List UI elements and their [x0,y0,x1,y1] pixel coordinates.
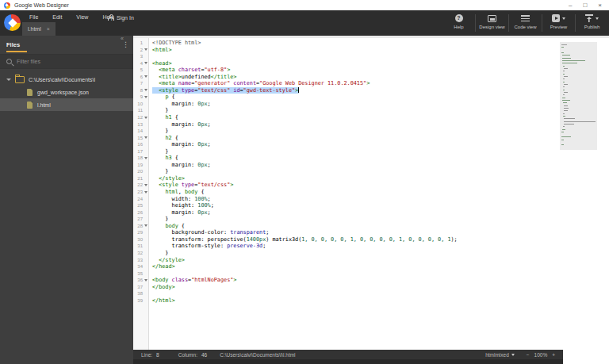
code-line-6[interactable]: 6 <title>undefined</title> [133,74,609,81]
code-line-3[interactable]: 3 [133,53,609,60]
file-item-gwd_workspace.json[interactable]: gwd_workspace.json [0,86,133,98]
code-line-12[interactable]: 12 h1 { [133,114,609,121]
fold-marker-icon[interactable] [144,224,147,227]
preview-button[interactable]: Preview [542,10,575,36]
code-line-34[interactable]: 34</head> [133,263,609,270]
minimap-line [561,136,571,137]
code-line-36[interactable]: 36<body class="htmlNoPages"> [133,277,609,284]
minimap-line [563,116,565,117]
code-line-24[interactable]: 24 width: 100%; [133,196,609,203]
code-line-2[interactable]: 2<html> [133,47,609,54]
window-maximize-button[interactable]: □ [583,0,587,10]
code-line-11[interactable]: 11 } [133,107,609,114]
line-number: 25 [133,202,143,209]
toolbar-buttons: ?HelpDesign viewCode viewPreviewPublish [442,10,608,36]
fold-marker-icon[interactable] [144,279,147,282]
window-bottom-edge [133,359,563,364]
menu-view[interactable]: View [69,12,95,22]
menu-edit[interactable]: Edit [45,12,69,22]
code-line-38[interactable]: 38 [133,290,609,297]
fold-marker-icon[interactable] [144,89,147,91]
code-line-21[interactable]: 21 </style> [133,175,609,182]
line-number: 3 [133,53,143,60]
fold-marker-icon[interactable] [144,191,147,193]
minimap-line [561,144,564,145]
code-line-26[interactable]: 26 margin: 0px; [133,209,609,216]
minimap-line [564,84,568,85]
person-icon [107,14,113,21]
design-view-button[interactable]: Design view [476,10,508,36]
code-line-1[interactable]: 1<!DOCTYPE html> [133,40,609,47]
file-icon [27,89,33,96]
syntax-mode-dropdown[interactable]: htmlmixed [485,352,515,358]
line-number: 22 [133,182,143,189]
chevron-down-icon [511,354,515,356]
code-line-39[interactable]: 39</html> [133,297,609,305]
code-line-5[interactable]: 5 <meta charset="utf-8"> [133,67,609,74]
code-line-14[interactable]: 14 } [133,128,609,135]
fold-marker-icon[interactable] [144,75,147,78]
code-line-15[interactable]: 15 h2 { [133,135,609,142]
minimap-line [562,63,577,63]
code-line-16[interactable]: 16 margin: 0px; [133,141,609,148]
code-line-37[interactable]: 37</body> [133,284,609,291]
file-item-l.html[interactable]: l.html [0,98,133,111]
zoom-in-button[interactable]: + [552,352,555,358]
code-line-10[interactable]: 10 margin: 0px; [133,101,609,108]
column-value: 46 [201,352,207,358]
minimap-line [563,82,565,82]
code-line-8[interactable]: 8 <style type="text/css" id="gwd-text-st… [133,87,609,94]
file-icon [27,102,33,109]
code-view-button[interactable]: Code view [509,10,542,36]
code-line-20[interactable]: 20 } [133,168,609,175]
line-number: 30 [133,236,143,243]
tab-close-icon[interactable]: × [47,26,50,32]
code-minimap[interactable] [560,42,597,150]
code-line-9[interactable]: 9 p { [133,94,609,101]
code-line-13[interactable]: 13 margin: 0px; [133,121,609,128]
tab-l-html[interactable]: l.html × [22,22,56,36]
publish-button[interactable]: Publish [576,10,608,36]
code-line-33[interactable]: 33 </style> [133,257,609,264]
fold-marker-icon[interactable] [144,117,147,119]
help-button[interactable]: ?Help [442,10,475,36]
window-minimize-button[interactable]: – [569,0,572,10]
code-line-23[interactable]: 23 html, body { [133,189,609,196]
fold-marker-icon[interactable] [144,62,147,64]
kebab-menu-icon[interactable]: ⋮ [122,40,129,48]
line-number: 16 [133,141,143,148]
code-line-31[interactable]: 31 transform-style: preserve-3d; [133,243,609,250]
code-line-29[interactable]: 29 background-color: transparent; [133,229,609,236]
code-editor[interactable]: 1<!DOCTYPE html>2<html>34<head>5 <meta c… [133,36,609,350]
fold-marker-icon[interactable] [144,136,147,139]
code-line-19[interactable]: 19 margin: 0px; [133,162,609,169]
line-number: 9 [133,94,143,101]
fold-marker-icon[interactable] [144,184,147,186]
code-line-17[interactable]: 17 } [133,148,609,155]
menu-file[interactable]: File [22,12,45,22]
code-line-32[interactable]: 32 } [133,250,609,257]
line-number: 35 [133,270,143,278]
window-close-button[interactable]: × [598,0,602,10]
code-line-7[interactable]: 7 <meta name="generator" content="Google… [133,80,609,87]
sign-in-button[interactable]: Sign In [104,13,137,22]
code-line-25[interactable]: 25 height: 100%; [133,202,609,209]
fold-marker-icon[interactable] [144,48,147,51]
minimap-line [563,102,567,103]
filter-files-input[interactable]: Filter files [0,54,133,69]
code-line-18[interactable]: 18 h3 { [133,155,609,162]
code-line-30[interactable]: 30 transform: perspective(1400px) matrix… [133,236,609,243]
folder-item-C--Users-calvi-Documents-l[interactable]: C:\Users\calvi\Documents\l [0,73,133,86]
minimap-line [562,98,565,98]
code-line-27[interactable]: 27 } [133,216,609,223]
code-line-35[interactable]: 35 [133,270,609,278]
code-line-22[interactable]: 22 <style type="text/css"> [133,182,609,189]
code-line-4[interactable]: 4<head> [133,60,609,67]
tree-item-label: l.html [37,102,51,108]
zoom-out-button[interactable]: − [527,352,530,358]
syntax-mode-label: htmlmixed [485,352,509,358]
fold-marker-icon[interactable] [144,157,147,159]
fold-marker-icon[interactable] [144,96,147,98]
expand-arrow-icon[interactable] [6,79,11,81]
code-line-28[interactable]: 28 body { [133,223,609,230]
